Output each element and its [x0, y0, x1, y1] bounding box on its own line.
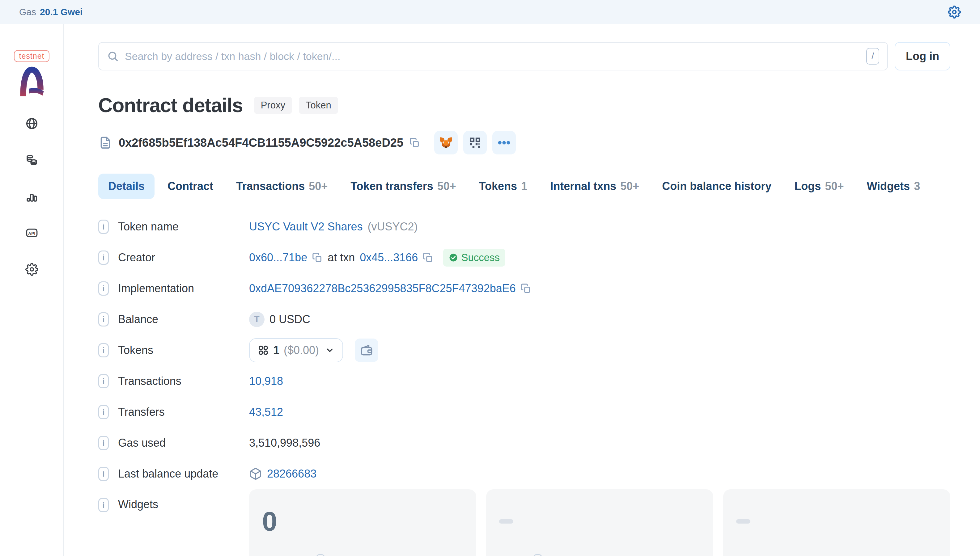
row-creator: i Creator 0x60...71be at txn 0x45...3166 [98, 242, 950, 273]
at-txn-text: at txn [327, 251, 355, 264]
qr-code-icon [468, 136, 482, 150]
tab-coin-balance-history[interactable]: Coin balance history [652, 174, 781, 199]
tab-widgets[interactable]: Widgets3 [857, 174, 930, 199]
coins-icon[interactable] [25, 154, 38, 166]
qr-code-button[interactable] [463, 131, 487, 154]
details-panel: i Token name USYC Vault V2 Shares (vUSYC… [98, 211, 950, 556]
gas-used-label: Gas used [118, 436, 249, 449]
api-icon[interactable]: API [25, 226, 38, 239]
tokens-dropdown[interactable]: 1 ($0.00) [249, 338, 343, 362]
ellipsis-icon [497, 136, 511, 150]
search-icon [107, 50, 119, 62]
risk-score-value: 0 [262, 508, 277, 535]
audits-label: Audits [499, 554, 528, 556]
row-last-balance-update: i Last balance update 28266683 [98, 458, 950, 489]
tag-proxy: Proxy [254, 97, 292, 114]
svg-text:API: API [28, 231, 36, 236]
widget-card-audits: Audits i [486, 489, 713, 556]
transfers-count-link[interactable]: 43,512 [249, 406, 283, 419]
widget-card-risk-score: 0 Risk score i [249, 489, 476, 556]
stats-icon[interactable] [25, 190, 38, 203]
info-icon[interactable]: i [98, 343, 109, 357]
transactions-count-link[interactable]: 10,918 [249, 375, 283, 388]
more-actions-button[interactable] [492, 131, 516, 154]
info-icon[interactable]: i [98, 467, 109, 481]
tab-token-transfers[interactable]: Token transfers50+ [340, 174, 466, 199]
page-title: Contract details [98, 94, 243, 117]
testnet-badge: testnet [14, 50, 49, 62]
search-shortcut-hint: / [866, 48, 879, 65]
tab-internal-txns[interactable]: Internal txns50+ [540, 174, 649, 199]
title-row: Contract details Proxy Token [98, 94, 950, 117]
block-cube-icon [249, 467, 262, 480]
row-implementation: i Implementation 0xdAE709362278Bc2536299… [98, 273, 950, 304]
gas-value[interactable]: 20.1 Gwei [40, 7, 83, 17]
info-icon[interactable]: i [98, 498, 109, 512]
token-grid-icon [258, 345, 269, 356]
widget-cards: 0 Risk score i A [249, 489, 950, 556]
last-balance-update-label: Last balance update [118, 467, 249, 480]
info-icon[interactable]: i [98, 436, 109, 450]
sidebar-nav: API [25, 117, 38, 276]
network-logo[interactable] [17, 66, 47, 97]
empty-value-dash [736, 519, 750, 524]
metamask-button[interactable] [434, 131, 458, 154]
row-tokens: i Tokens 1 ($0.00) [98, 335, 950, 366]
search-box[interactable]: / [98, 42, 888, 70]
last-balance-block-link[interactable]: 28266683 [267, 467, 316, 480]
tokens-label: Tokens [118, 344, 249, 357]
info-icon[interactable]: i [533, 554, 542, 556]
empty-value-dash [499, 519, 513, 524]
info-icon[interactable]: i [316, 554, 325, 556]
creation-txn-link[interactable]: 0x45...3166 [360, 251, 418, 264]
row-token-name: i Token name USYC Vault V2 Shares (vUSYC… [98, 211, 950, 242]
row-transactions: i Transactions 10,918 [98, 366, 950, 397]
info-icon[interactable]: i [98, 281, 109, 296]
widgets-label: Widgets [118, 498, 249, 511]
token-symbol: (vUSYC2) [368, 220, 418, 233]
balance-value: 0 USDC [269, 313, 310, 326]
token-name-link[interactable]: USYC Vault V2 Shares [249, 220, 363, 233]
implementation-address-link[interactable]: 0xdAE709362278Bc25362995835F8C25F47392ba… [249, 282, 516, 295]
complexity-score-label: Complexity score [736, 554, 817, 556]
tab-transactions[interactable]: Transactions50+ [226, 174, 337, 199]
search-input[interactable] [125, 50, 860, 62]
search-row: / Log in [98, 42, 950, 70]
info-icon[interactable]: i [98, 374, 109, 388]
creator-address-link[interactable]: 0x60...71be [249, 251, 307, 264]
transfers-label: Transfers [118, 406, 249, 419]
settings-gear-icon[interactable] [948, 6, 961, 19]
info-icon[interactable]: i [98, 220, 109, 234]
sidebar: testnet [0, 24, 64, 556]
copy-txn-icon[interactable] [423, 252, 433, 263]
copy-address-icon[interactable] [410, 137, 420, 148]
balance-label: Balance [118, 313, 249, 326]
address-row: 0x2f685b5Ef138Ac54F4CB1155A9C5922c5A58eD… [98, 131, 950, 154]
tab-bar: Details Contract Transactions50+ Token t… [98, 174, 950, 199]
token-name-label: Token name [118, 220, 249, 233]
login-button[interactable]: Log in [895, 42, 950, 70]
copy-implementation-icon[interactable] [521, 283, 531, 294]
risk-score-label: Risk score [262, 554, 311, 556]
widget-card-complexity-score: Complexity score [723, 489, 950, 556]
info-icon[interactable]: i [98, 251, 109, 265]
globe-icon[interactable] [25, 117, 38, 130]
check-circle-icon [449, 253, 458, 262]
tab-details[interactable]: Details [98, 174, 154, 199]
tab-logs[interactable]: Logs50+ [784, 174, 854, 199]
tag-token: Token [299, 97, 338, 114]
row-transfers: i Transfers 43,512 [98, 397, 950, 428]
wallet-icon [360, 343, 373, 357]
info-icon[interactable]: i [98, 405, 109, 419]
wallet-button[interactable] [355, 339, 378, 362]
tokens-count: 1 [273, 344, 279, 357]
gear-icon[interactable] [25, 263, 38, 276]
row-balance: i Balance T 0 USDC [98, 304, 950, 335]
status-badge: Success [443, 249, 505, 267]
info-icon[interactable]: i [98, 312, 109, 326]
metamask-fox-icon [439, 136, 453, 150]
copy-creator-icon[interactable] [312, 252, 322, 263]
tab-contract[interactable]: Contract [158, 174, 223, 199]
tab-tokens[interactable]: Tokens1 [469, 174, 537, 199]
row-widgets: i Widgets 0 Risk score i [98, 489, 950, 556]
